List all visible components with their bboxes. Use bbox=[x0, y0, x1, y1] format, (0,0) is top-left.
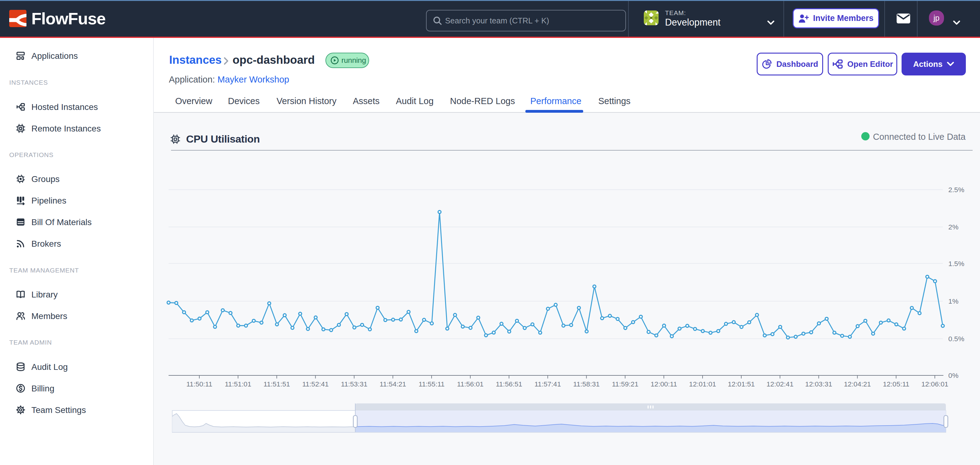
svg-text:12:02:41: 12:02:41 bbox=[767, 380, 794, 388]
svg-text:11:50:11: 11:50:11 bbox=[186, 380, 213, 388]
svg-text:12:05:11: 12:05:11 bbox=[883, 380, 909, 388]
svg-text:1%: 1% bbox=[948, 297, 958, 305]
svg-text:11:59:21: 11:59:21 bbox=[612, 380, 638, 388]
svg-text:0%: 0% bbox=[948, 371, 958, 379]
svg-text:0.5%: 0.5% bbox=[948, 335, 964, 343]
svg-text:12:04:21: 12:04:21 bbox=[844, 380, 871, 388]
svg-text:12:06:01: 12:06:01 bbox=[921, 380, 948, 388]
svg-text:12:01:01: 12:01:01 bbox=[689, 380, 716, 388]
svg-text:2.5%: 2.5% bbox=[948, 186, 964, 194]
svg-text:12:01:51: 12:01:51 bbox=[728, 380, 755, 388]
svg-text:11:56:01: 11:56:01 bbox=[457, 380, 484, 388]
svg-text:11:53:31: 11:53:31 bbox=[341, 380, 367, 388]
svg-text:11:51:51: 11:51:51 bbox=[264, 380, 290, 388]
svg-text:11:52:41: 11:52:41 bbox=[302, 380, 329, 388]
svg-text:11:54:21: 11:54:21 bbox=[380, 380, 406, 388]
svg-text:12:03:31: 12:03:31 bbox=[805, 380, 832, 388]
svg-text:11:57:41: 11:57:41 bbox=[534, 380, 561, 388]
svg-text:11:56:51: 11:56:51 bbox=[496, 380, 522, 388]
svg-text:2%: 2% bbox=[948, 223, 958, 231]
svg-text:11:51:01: 11:51:01 bbox=[225, 380, 251, 388]
svg-text:11:55:11: 11:55:11 bbox=[418, 380, 445, 388]
svg-text:11:58:31: 11:58:31 bbox=[573, 380, 600, 388]
svg-text:1.5%: 1.5% bbox=[948, 260, 964, 268]
svg-text:12:00:11: 12:00:11 bbox=[651, 380, 677, 388]
